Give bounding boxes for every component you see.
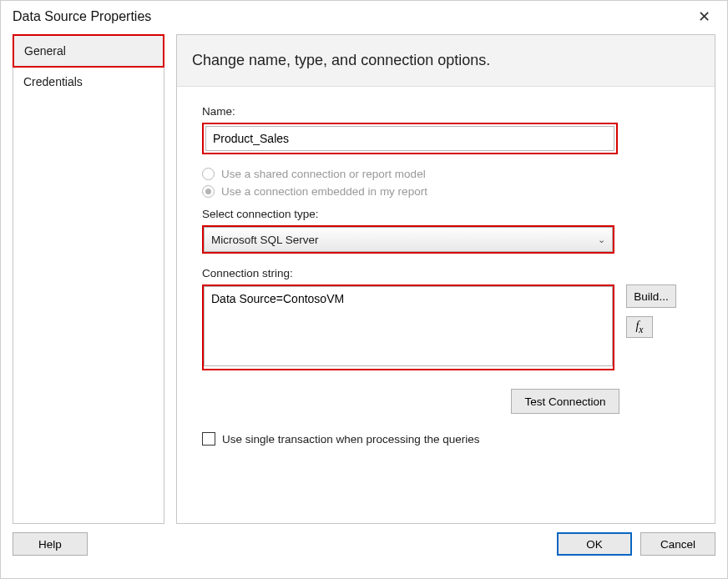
expression-button[interactable]: fx — [626, 316, 653, 338]
name-input[interactable] — [205, 126, 614, 151]
conn-string-row: Build... fx — [202, 284, 690, 370]
test-connection-button[interactable]: Test Connection — [511, 389, 619, 414]
build-button[interactable]: Build... — [626, 284, 676, 308]
radio-embedded-connection: Use a connection embedded in my report — [202, 185, 690, 198]
radio-shared-label: Use a shared connection or report model — [221, 168, 426, 180]
nav-item-general[interactable]: General — [13, 34, 164, 68]
footer: Help OK Cancel — [1, 524, 727, 567]
radio-icon — [202, 168, 215, 180]
radio-shared-connection: Use a shared connection or report model — [202, 168, 690, 180]
chevron-down-icon: ⌄ — [598, 234, 605, 245]
name-highlight — [202, 123, 618, 154]
conn-string-input[interactable] — [204, 286, 613, 366]
content-area: General Credentials Change name, type, a… — [1, 28, 727, 524]
footer-right: OK Cancel — [557, 532, 715, 556]
conn-string-highlight — [202, 284, 614, 370]
conn-type-value: Microsoft SQL Server — [211, 234, 319, 246]
conn-type-highlight: Microsoft SQL Server ⌄ — [202, 225, 614, 254]
title-bar: Data Source Properties ✕ — [1, 1, 727, 28]
conn-string-side-buttons: Build... fx — [626, 284, 676, 338]
single-transaction-label: Use single transaction when processing t… — [222, 433, 479, 446]
ok-button[interactable]: OK — [557, 532, 632, 556]
conn-type-select[interactable]: Microsoft SQL Server ⌄ — [204, 227, 613, 252]
main-pane: Change name, type, and connection option… — [176, 34, 715, 524]
dialog-title: Data Source Properties — [13, 9, 151, 24]
radio-embedded-label: Use a connection embedded in my report — [221, 185, 427, 198]
help-button[interactable]: Help — [13, 532, 88, 556]
nav-item-credentials[interactable]: Credentials — [13, 67, 164, 97]
conn-string-label: Connection string: — [202, 267, 690, 279]
main-header: Change name, type, and connection option… — [177, 35, 715, 87]
close-icon[interactable]: ✕ — [693, 9, 715, 24]
name-label: Name: — [202, 105, 690, 118]
conn-type-label: Select connection type: — [202, 208, 690, 220]
connection-mode-group: Use a shared connection or report model … — [202, 168, 690, 198]
radio-icon — [202, 185, 215, 198]
main-body: Name: Use a shared connection or report … — [177, 87, 715, 523]
checkbox-icon[interactable] — [202, 432, 215, 446]
single-transaction-row[interactable]: Use single transaction when processing t… — [202, 432, 690, 446]
nav-pane: General Credentials — [13, 34, 164, 524]
cancel-button[interactable]: Cancel — [640, 532, 715, 556]
